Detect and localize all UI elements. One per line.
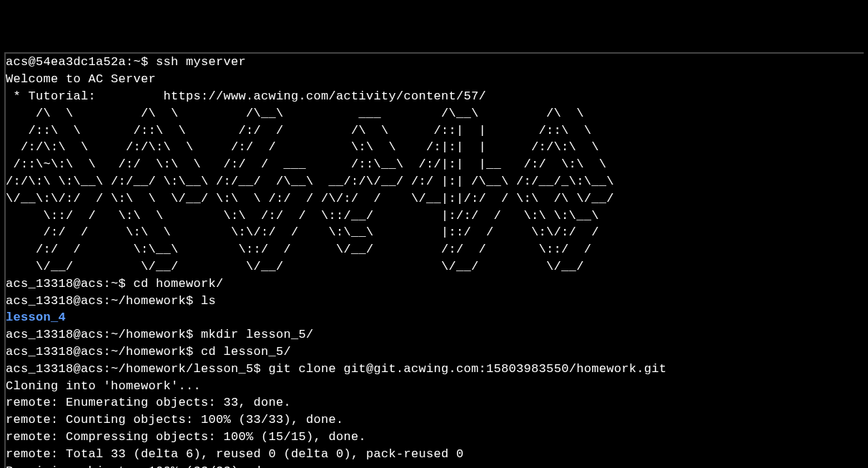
terminal-line: \/__\:\/:/ / \:\ \ \/__/ \:\ \ /:/ / /\/… [6, 190, 864, 208]
terminal-line: Cloning into 'homework'... [6, 378, 864, 395]
terminal-line: \/__/ \/__/ \/__/ \/__/ \/__/ [6, 258, 864, 276]
terminal-line: acs_13318@acs:~/homework$ ls [6, 293, 864, 310]
output-text: \/__\:\/:/ / \:\ \ \/__/ \:\ \ /:/ / /\/… [6, 192, 614, 205]
terminal-line: * Tutorial: https://www.acwing.com/activ… [6, 88, 864, 105]
terminal-line: /:/ / \:\__\ \::/ / \/__/ /:/ / \::/ / [6, 241, 864, 258]
output-text: /:/ / \:\__\ \::/ / \/__/ /:/ / \::/ / [6, 243, 591, 256]
terminal-line: remote: Compressing objects: 100% (15/15… [6, 429, 864, 446]
terminal-line: /\ \ /\ \ /\__\ ___ /\__\ /\ \ [6, 105, 864, 122]
terminal-line: acs_13318@acs:~/homework/lesson_5$ git c… [6, 361, 864, 378]
terminal-line: remote: Enumerating objects: 33, done. [6, 394, 864, 411]
terminal-line: acs@54ea3dc1a52a:~$ ssh myserver [6, 54, 864, 71]
directory-name: lesson_4 [6, 311, 66, 324]
terminal-line: acs_13318@acs:~$ cd homework/ [6, 276, 864, 293]
terminal-line: acs_13318@acs:~/homework$ mkdir lesson_5… [6, 326, 864, 343]
output-text: Receiving objects: 100% (33/33), done. [6, 464, 291, 468]
terminal-content[interactable]: acs@54ea3dc1a52a:~$ ssh myserverWelcome … [6, 54, 864, 468]
terminal-line: /:/ / \:\ \ \:\/:/ / \:\__\ |::/ / \:\/:… [6, 224, 864, 241]
output-text: remote: Enumerating objects: 33, done. [6, 396, 291, 409]
terminal-line: remote: Total 33 (delta 6), reused 0 (de… [6, 446, 864, 463]
output-text: remote: Total 33 (delta 6), reused 0 (de… [6, 447, 464, 461]
output-text: \::/ / \:\ \ \:\ /:/ / \::/__/ |:/:/ / \… [6, 209, 599, 223]
output-text: /:/ / \:\ \ \:\/:/ / \:\__\ |::/ / \:\/:… [6, 225, 599, 239]
shell-command: cd homework/ [134, 277, 224, 291]
output-text: Welcome to AC Server [6, 72, 156, 86]
terminal-line: /:/\:\ \:\__\ /:/__/ \:\__\ /:/__/ /\__\… [6, 173, 864, 190]
shell-prompt: acs_13318@acs:~/homework$ [6, 294, 201, 308]
output-text: /::\~\:\ \ /:/ \:\ \ /:/ / ___ /::\__\ /… [6, 157, 606, 171]
shell-command: ssh myserver [156, 55, 246, 69]
terminal-line: remote: Counting objects: 100% (33/33), … [6, 411, 864, 429]
output-text: remote: Compressing objects: 100% (15/15… [6, 430, 366, 444]
shell-prompt: acs_13318@acs:~/homework$ [6, 328, 201, 341]
terminal-window[interactable]: acs@54ea3dc1a52a:~$ ssh myserverWelcome … [4, 52, 864, 468]
output-text: \/__/ \/__/ \/__/ \/__/ \/__/ [6, 260, 584, 273]
shell-prompt: acs@54ea3dc1a52a:~$ [6, 55, 156, 69]
output-text: * Tutorial: https://www.acwing.com/activ… [6, 89, 486, 103]
output-text: /:/\:\ \ /:/\:\ \ /:/ / \:\ \ /:|:| | /:… [6, 140, 599, 154]
shell-command: cd lesson_5/ [201, 345, 291, 359]
output-text: /:/\:\ \:\__\ /:/__/ \:\__\ /:/__/ /\__\… [6, 175, 614, 188]
terminal-line: /::\~\:\ \ /:/ \:\ \ /:/ / ___ /::\__\ /… [6, 156, 864, 173]
terminal-line: /::\ \ /::\ \ /:/ / /\ \ /::| | /::\ \ [6, 122, 864, 140]
terminal-line: acs_13318@acs:~/homework$ cd lesson_5/ [6, 343, 864, 361]
shell-command: mkdir lesson_5/ [201, 328, 314, 341]
output-text: Cloning into 'homework'... [6, 379, 201, 393]
shell-command: ls [201, 294, 216, 308]
shell-prompt: acs_13318@acs:~/homework/lesson_5$ [6, 362, 269, 376]
terminal-line: lesson_4 [6, 309, 864, 326]
output-text: /::\ \ /::\ \ /:/ / /\ \ /::| | /::\ \ [6, 124, 591, 137]
terminal-line: /:/\:\ \ /:/\:\ \ /:/ / \:\ \ /:|:| | /:… [6, 139, 864, 156]
terminal-line: Welcome to AC Server [6, 71, 864, 88]
output-text: remote: Counting objects: 100% (33/33), … [6, 413, 344, 426]
shell-prompt: acs_13318@acs:~$ [6, 277, 134, 291]
output-text: /\ \ /\ \ /\__\ ___ /\__\ /\ \ [6, 107, 584, 120]
terminal-line: \::/ / \:\ \ \:\ /:/ / \::/__/ |:/:/ / \… [6, 208, 864, 225]
terminal-line: Receiving objects: 100% (33/33), done. [6, 463, 864, 468]
shell-prompt: acs_13318@acs:~/homework$ [6, 345, 201, 359]
shell-command: git clone git@git.acwing.com:15803983550… [269, 362, 667, 376]
